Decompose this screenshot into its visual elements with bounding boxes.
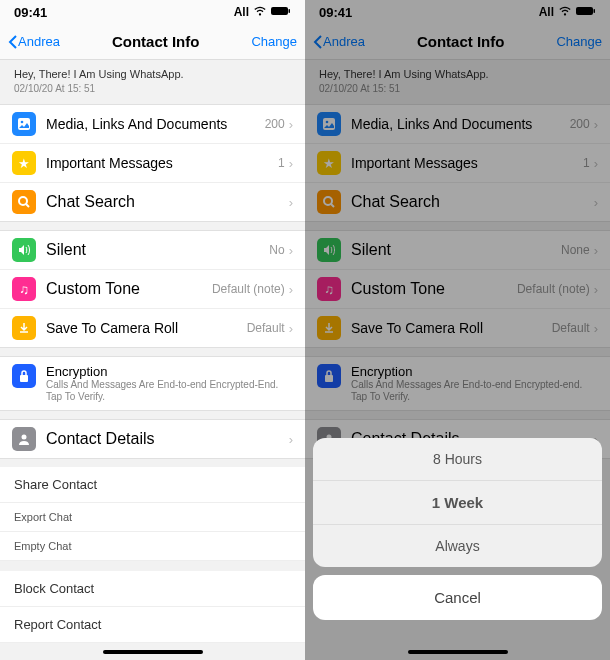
save-label: Save To Camera Roll	[46, 320, 247, 336]
nav-bar: Andrea Contact Info Change	[305, 24, 610, 60]
media-count: 200	[265, 117, 285, 131]
screen-left: 09:41 All Andrea Contact Info Change Hey…	[0, 0, 305, 660]
svg-line-13	[331, 204, 334, 207]
chevron-right-icon: ›	[289, 321, 293, 336]
back-button[interactable]: Andrea	[313, 34, 365, 49]
page-title: Contact Info	[365, 33, 557, 50]
svg-point-3	[21, 121, 24, 124]
star-icon: ★	[12, 151, 36, 175]
svg-point-12	[324, 197, 332, 205]
block-contact-button[interactable]: Block Contact	[0, 571, 305, 607]
change-button[interactable]: Change	[556, 34, 602, 49]
chevron-right-icon: ›	[594, 156, 598, 171]
person-icon	[12, 427, 36, 451]
chevron-right-icon: ›	[594, 195, 598, 210]
status-right: All	[234, 5, 291, 19]
search-label: Chat Search	[46, 193, 289, 211]
tone-value: Default (note)	[517, 282, 590, 296]
wifi-icon	[253, 5, 267, 19]
important-label: Important Messages	[351, 155, 583, 171]
chevron-right-icon: ›	[289, 243, 293, 258]
svg-rect-0	[271, 7, 288, 15]
svg-point-4	[19, 197, 27, 205]
tone-value: Default (note)	[212, 282, 285, 296]
status-right: All	[539, 5, 596, 19]
chevron-right-icon: ›	[594, 117, 598, 132]
silent-label: Silent	[351, 241, 561, 259]
chevron-right-icon: ›	[289, 282, 293, 297]
status-time: 09:41	[14, 5, 47, 20]
encryption-subtitle: Calls And Messages Are End-to-end Encryp…	[351, 379, 598, 403]
silent-row[interactable]: Silent None ›	[305, 231, 610, 270]
sheet-cancel-button[interactable]: Cancel	[313, 575, 602, 620]
photos-icon	[317, 112, 341, 136]
save-row[interactable]: Save To Camera Roll Default ›	[305, 309, 610, 347]
chevron-left-icon	[8, 35, 18, 49]
change-button[interactable]: Change	[251, 34, 297, 49]
chevron-right-icon: ›	[289, 117, 293, 132]
silent-value: None	[561, 243, 590, 257]
home-indicator	[408, 650, 508, 654]
chevron-right-icon: ›	[594, 321, 598, 336]
tone-row[interactable]: ♫ Custom Tone Default (note) ›	[0, 270, 305, 309]
status-bar: 09:41 All	[305, 0, 610, 24]
media-row[interactable]: Media, Links And Documents 200 ›	[0, 105, 305, 144]
export-chat-button[interactable]: Export Chat	[0, 503, 305, 532]
svg-line-5	[26, 204, 29, 207]
search-row[interactable]: Chat Search ›	[305, 183, 610, 221]
search-icon	[12, 190, 36, 214]
tone-label: Custom Tone	[351, 280, 517, 298]
svg-rect-1	[289, 9, 291, 13]
sheet-option-8hours[interactable]: 8 Hours	[313, 438, 602, 481]
encryption-row[interactable]: Encryption Calls And Messages Are End-to…	[305, 357, 610, 410]
music-icon: ♫	[317, 277, 341, 301]
status-time: 09:41	[319, 5, 352, 20]
status-block: Hey, There! I Am Using WhatsApp. 02/10/2…	[305, 60, 610, 104]
silent-label: Silent	[46, 241, 269, 259]
nav-bar: Andrea Contact Info Change	[0, 24, 305, 60]
sheet-option-always[interactable]: Always	[313, 525, 602, 567]
lock-icon	[317, 364, 341, 388]
chevron-right-icon: ›	[289, 195, 293, 210]
important-count: 1	[278, 156, 285, 170]
download-icon	[12, 316, 36, 340]
status-block: Hey, There! I Am Using WhatsApp. 02/10/2…	[0, 60, 305, 104]
search-row[interactable]: Chat Search ›	[0, 183, 305, 221]
download-icon	[317, 316, 341, 340]
svg-rect-14	[325, 375, 333, 382]
sheet-option-1week[interactable]: 1 Week	[313, 481, 602, 525]
tone-label: Custom Tone	[46, 280, 212, 298]
action-sheet: 8 Hours 1 Week Always Cancel	[313, 438, 602, 620]
svg-rect-10	[323, 118, 335, 130]
search-icon	[317, 190, 341, 214]
status-text: Hey, There! I Am Using WhatsApp.	[319, 68, 596, 80]
screen-right: 09:41 All Andrea Contact Info Change Hey…	[305, 0, 610, 660]
wifi-icon	[558, 5, 572, 19]
media-row[interactable]: Media, Links And Documents 200 ›	[305, 105, 610, 144]
encryption-row[interactable]: Encryption Calls And Messages Are End-to…	[0, 357, 305, 410]
chevron-right-icon: ›	[289, 156, 293, 171]
encryption-label: Encryption	[46, 364, 293, 379]
encryption-subtitle: Calls And Messages Are End-to-end Encryp…	[46, 379, 293, 403]
empty-chat-button[interactable]: Empty Chat	[0, 532, 305, 561]
silent-row[interactable]: Silent No ›	[0, 231, 305, 270]
tone-row[interactable]: ♫ Custom Tone Default (note) ›	[305, 270, 610, 309]
status-timestamp: 02/10/20 At 15: 51	[14, 83, 291, 94]
important-label: Important Messages	[46, 155, 278, 171]
star-icon: ★	[317, 151, 341, 175]
report-contact-button[interactable]: Report Contact	[0, 607, 305, 643]
battery-icon	[271, 5, 291, 19]
save-value: Default	[247, 321, 285, 335]
chevron-right-icon: ›	[594, 282, 598, 297]
important-count: 1	[583, 156, 590, 170]
back-button[interactable]: Andrea	[8, 34, 60, 49]
search-label: Chat Search	[351, 193, 594, 211]
important-row[interactable]: ★ Important Messages 1 ›	[0, 144, 305, 183]
share-contact-button[interactable]: Share Contact	[0, 467, 305, 503]
speaker-icon	[317, 238, 341, 262]
important-row[interactable]: ★ Important Messages 1 ›	[305, 144, 610, 183]
status-text: Hey, There! I Am Using WhatsApp.	[14, 68, 291, 80]
contact-details-row[interactable]: Contact Details ›	[0, 420, 305, 458]
save-row[interactable]: Save To Camera Roll Default ›	[0, 309, 305, 347]
svg-rect-8	[576, 7, 593, 15]
